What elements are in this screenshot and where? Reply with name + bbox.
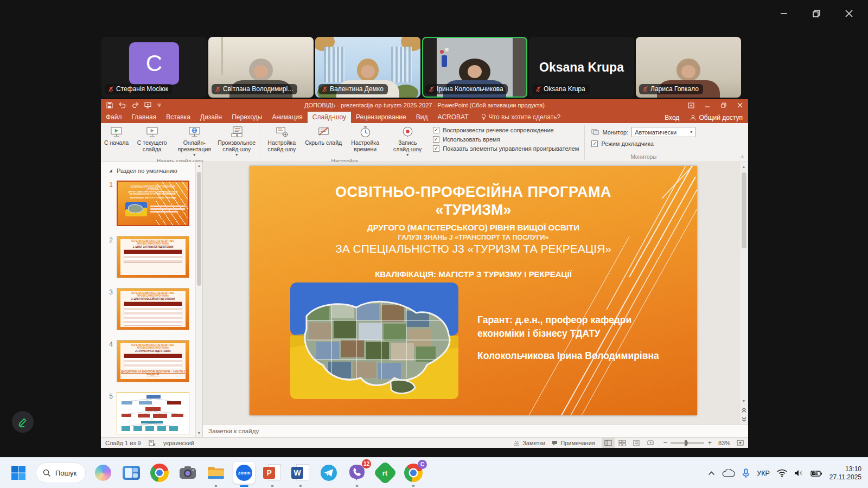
tab-view[interactable]: Вид bbox=[411, 112, 433, 123]
online-presentation-button[interactable]: Онлайн-презентация bbox=[173, 123, 215, 157]
slide-thumbnail-2[interactable]: 2 ПЕРЕЛІК КОМПОНЕНТІВ ОСВІТНЬО-ПРОФЕСІЙН… bbox=[103, 236, 193, 278]
tab-file[interactable]: Файл bbox=[101, 112, 127, 123]
normal-view-button[interactable] bbox=[602, 438, 615, 448]
zoom-out-icon[interactable]: − bbox=[663, 440, 668, 446]
checkbox-use-timings[interactable]: Использовать время bbox=[433, 136, 579, 143]
tab-slideshow-active[interactable]: Слайд-шоу bbox=[308, 112, 351, 123]
zoom-slider[interactable] bbox=[671, 442, 704, 444]
close-icon[interactable] bbox=[732, 99, 748, 111]
speaker-icon[interactable] bbox=[794, 469, 803, 477]
notes-toggle-button[interactable]: Заметки bbox=[514, 440, 545, 446]
tab-animations[interactable]: Анимация bbox=[267, 112, 307, 123]
language-indicator[interactable]: украинский bbox=[163, 440, 194, 446]
start-slideshow-icon[interactable] bbox=[144, 102, 151, 108]
tell-me-box[interactable]: Что вы хотите сделать? bbox=[481, 113, 561, 123]
comments-toggle-button[interactable]: Примечания bbox=[552, 440, 595, 446]
scroll-down-icon[interactable]: ▼ bbox=[196, 429, 202, 437]
tab-insert[interactable]: Вставка bbox=[161, 112, 195, 123]
checkbox-show-media-controls[interactable]: Показать элементы управления проигрывате… bbox=[433, 145, 579, 152]
share-button[interactable]: Общий доступ bbox=[690, 114, 743, 121]
viber-icon[interactable]: 12 bbox=[346, 462, 368, 484]
chrome-profile-icon[interactable]: C bbox=[403, 462, 424, 484]
restore-icon[interactable] bbox=[807, 5, 826, 22]
scroll-up-icon[interactable]: ▲ bbox=[739, 162, 749, 171]
onedrive-cloud-icon[interactable] bbox=[722, 469, 735, 478]
participant-tile-stefaniia[interactable]: C Стефанія Мосіюк bbox=[101, 37, 207, 98]
scroll-down-icon[interactable]: ▼ bbox=[739, 396, 749, 406]
telegram-icon[interactable] bbox=[318, 462, 340, 484]
minimize-icon[interactable] bbox=[699, 99, 716, 111]
participant-tile-valentyna[interactable]: Валентина Демко bbox=[315, 37, 420, 98]
spellcheck-icon[interactable] bbox=[149, 440, 156, 446]
tab-acrobat[interactable]: ACROBAT bbox=[432, 112, 473, 123]
reading-view-button[interactable] bbox=[630, 438, 643, 448]
slide-thumbnail-4[interactable]: 4 ПЕРЕЛІК КОМПОНЕНТІВ ОСВІТНЬО-ПРОФЕСІЙН… bbox=[103, 340, 193, 382]
participant-tile-oksana[interactable]: Oksana Krupa Oksana Krupa bbox=[529, 37, 634, 98]
battery-charging-icon[interactable] bbox=[810, 470, 822, 477]
tab-home[interactable]: Главная bbox=[127, 112, 162, 123]
participant-tile-iryna-active-speaker[interactable]: Ірина Колокольчикова bbox=[422, 37, 527, 98]
slideshow-view-button[interactable] bbox=[644, 438, 657, 448]
monitor-select[interactable]: Автоматически▾ bbox=[631, 127, 695, 137]
record-slideshow-button[interactable]: Запись слайд-шоу bbox=[386, 123, 429, 157]
tray-chevron-up-icon[interactable] bbox=[708, 471, 715, 476]
previous-slide-button[interactable] bbox=[739, 406, 749, 415]
language-switcher[interactable]: УКР bbox=[757, 470, 770, 477]
taskbar-clock[interactable]: 13:10 27.11.2025 bbox=[829, 465, 861, 481]
scrollbar-thumb[interactable] bbox=[197, 172, 201, 286]
scroll-up-icon[interactable]: ▲ bbox=[196, 162, 202, 170]
file-explorer-icon[interactable] bbox=[205, 462, 227, 484]
redo-icon[interactable] bbox=[132, 102, 139, 108]
undo-icon[interactable] bbox=[118, 102, 127, 108]
next-slide-button[interactable] bbox=[739, 415, 749, 424]
checkbox-presenter-view[interactable]: Режим докладчика bbox=[591, 140, 695, 147]
zoom-slider-thumb[interactable] bbox=[685, 440, 687, 446]
tab-review[interactable]: Рецензирование bbox=[351, 112, 411, 123]
participant-tile-svitlana[interactable]: Світлана Володимирі... bbox=[208, 37, 314, 98]
slide-scrollbar[interactable]: ▲ ▼ bbox=[739, 162, 748, 424]
copilot-icon[interactable] bbox=[92, 462, 114, 484]
powerpoint-icon[interactable]: P bbox=[261, 462, 283, 484]
start-button[interactable] bbox=[8, 462, 29, 484]
tab-transitions[interactable]: Переходы bbox=[227, 112, 267, 123]
wifi-icon[interactable] bbox=[777, 469, 787, 477]
participant-tile-larysa[interactable]: Лариса Гопкало bbox=[636, 37, 741, 98]
from-beginning-button[interactable]: С начала bbox=[102, 123, 131, 157]
close-icon[interactable] bbox=[840, 5, 858, 22]
checkbox-play-narrations[interactable]: Воспроизвести речевое сопровождение bbox=[433, 127, 579, 133]
save-icon[interactable] bbox=[106, 102, 113, 108]
taskbar-search[interactable]: Пошук bbox=[36, 463, 86, 483]
rt-app-icon[interactable]: rt bbox=[374, 462, 396, 484]
customize-qat-icon[interactable] bbox=[157, 102, 162, 108]
tab-design[interactable]: Дизайн bbox=[195, 112, 227, 123]
microphone-icon[interactable] bbox=[742, 468, 750, 478]
annotation-pencil-button[interactable] bbox=[12, 411, 34, 433]
slide-thumbnail-3[interactable]: 3 ПЕРЕЛІК КОМПОНЕНТІВ ОСВІТНЬО-ПРОФЕСІЙН… bbox=[103, 288, 193, 330]
zoom-level[interactable]: 83% bbox=[718, 440, 730, 446]
restore-icon[interactable] bbox=[716, 99, 732, 111]
word-icon[interactable]: W bbox=[290, 462, 311, 484]
slide-canvas[interactable]: ОСВІТНЬО-ПРОФЕСІЙНА ПРОГРАМА «ТУРИЗМ» ДР… bbox=[250, 166, 697, 415]
widgets-icon[interactable] bbox=[120, 462, 142, 484]
notes-pane[interactable]: Заметки к слайду bbox=[203, 424, 748, 437]
fit-slide-to-window-icon[interactable] bbox=[737, 440, 744, 446]
slide-thumbnail-1[interactable]: 1 ОСВІТНЬО-ПРОФЕСІЙНА ПРОГРАМА «ТУРИЗМ» … bbox=[103, 181, 193, 226]
rehearse-timings-button[interactable]: Настройка времени bbox=[344, 123, 386, 157]
sign-in-button[interactable]: Вход bbox=[665, 114, 679, 121]
minimize-icon[interactable] bbox=[775, 5, 793, 22]
hide-slide-button[interactable]: Скрыть слайд bbox=[303, 123, 344, 157]
setup-slideshow-button[interactable]: Настройка слайд-шоу bbox=[260, 123, 303, 157]
section-header[interactable]: Раздел по умолчанию bbox=[101, 165, 202, 177]
scrollbar-thumb[interactable] bbox=[742, 172, 746, 248]
ribbon-display-options-icon[interactable] bbox=[683, 99, 699, 111]
slide-sorter-view-button[interactable] bbox=[616, 438, 629, 448]
custom-slideshow-button[interactable]: Произвольное слайд-шоу bbox=[215, 123, 258, 157]
zoom-in-icon[interactable]: + bbox=[707, 440, 712, 446]
camera-icon[interactable] bbox=[177, 462, 199, 484]
thumbnail-scrollbar[interactable]: ▲ ▼ bbox=[195, 162, 202, 437]
zoom-app-icon[interactable]: zoom bbox=[233, 462, 255, 484]
collapse-ribbon-icon[interactable]: ˄ bbox=[741, 154, 744, 159]
from-current-slide-button[interactable]: С текущего слайда bbox=[131, 123, 173, 157]
slide-thumbnail-5[interactable]: 5 bbox=[103, 392, 193, 434]
chrome-icon[interactable] bbox=[149, 462, 170, 484]
